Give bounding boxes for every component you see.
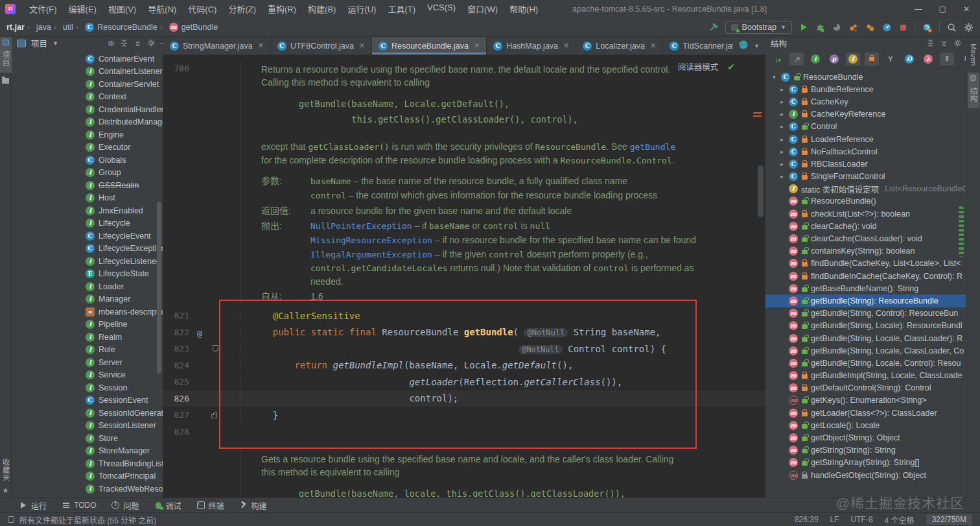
structure-tree-row[interactable]: getBundle(String): ResourceBundle (765, 294, 966, 307)
structure-tree-row[interactable]: getLoader(Class<?>): ClassLoader (765, 407, 966, 419)
project-tree-item[interactable]: DistributedManager (12, 116, 163, 129)
structure-tree-row[interactable]: getBundle(String, Control): ResourceBun (765, 307, 966, 320)
gutter-bm-icon[interactable] (213, 345, 218, 352)
structure-tree-row[interactable]: getStringArray(String): String[] (765, 457, 966, 469)
menu-item[interactable]: 编辑(E) (64, 1, 101, 17)
project-tree-item[interactable]: mbeans-descriptors (12, 305, 163, 318)
tree-expand-arrow[interactable] (778, 111, 786, 117)
sort-alphabetically-icon[interactable]: ↓ᵃ (789, 53, 804, 66)
project-tree-item[interactable]: CredentialHandler (12, 103, 163, 116)
close-button[interactable]: ✕ (963, 5, 970, 14)
project-tree-item[interactable]: Store (12, 432, 163, 445)
locate-file-icon[interactable]: ⊕ (108, 38, 115, 48)
line-number[interactable]: 821 (163, 307, 189, 324)
status-item[interactable]: LF (830, 515, 839, 524)
reader-mode-label[interactable]: 阅读器模式 (678, 60, 719, 73)
menu-item[interactable]: VCS(S) (423, 1, 460, 17)
structure-tree-row[interactable]: getBundle(String, Locale, ClassLoader, C… (765, 344, 966, 357)
structure-tree-row[interactable]: getString(String): String (765, 444, 966, 457)
menu-item[interactable]: 窗口(W) (463, 1, 502, 17)
gutter-lock-icon[interactable] (211, 414, 217, 418)
collapse-all-icon[interactable] (120, 39, 128, 47)
menu-item[interactable]: 文件(F) (25, 1, 62, 17)
inspection-ok-check-icon[interactable]: ✔ (727, 62, 735, 72)
structure-tree-row[interactable]: CacheKeyReference (765, 108, 966, 121)
structure-tree-row[interactable]: clearCache(): void (765, 220, 966, 232)
doc-link[interactable]: NullPointerException (310, 221, 412, 231)
breadcrumb-item[interactable]: rt.jar (6, 23, 25, 32)
structure-tree-row[interactable]: static 类初始值设定项 List<ResourceBundleC (765, 183, 966, 195)
tool-window-button[interactable]: 调试 (154, 500, 181, 511)
project-tree-item[interactable]: SessionEvent (12, 394, 163, 407)
code-line[interactable]: 824 return getBundleImpl(baseName, Local… (163, 357, 765, 374)
menu-item[interactable]: 视图(V) (104, 1, 141, 17)
code-line[interactable]: 825 getLoader(Reflection.getCallerClass(… (163, 374, 765, 390)
code-line[interactable]: 826 control); (163, 390, 765, 407)
debug-button[interactable] (815, 23, 825, 32)
project-tree-item[interactable]: Session (12, 381, 163, 394)
profiler-alloc-button[interactable] (865, 23, 875, 32)
scroll-to-source-icon[interactable] (940, 39, 948, 47)
tree-expand-arrow[interactable] (778, 173, 786, 180)
doc-link[interactable]: getBundle (630, 142, 675, 152)
project-tree-item[interactable]: LifecycleEvent (12, 230, 163, 243)
show-non-public-icon[interactable] (865, 53, 879, 66)
panel-settings-gear-icon[interactable] (147, 39, 156, 47)
editor-tab[interactable]: TldScanner.java ✕ (663, 37, 733, 54)
menu-item[interactable]: 构建(B) (303, 1, 340, 17)
tree-expand-arrow[interactable] (771, 74, 778, 80)
maximize-button[interactable]: ▢ (939, 5, 946, 14)
project-tree-item[interactable]: ContainerEvent (12, 53, 163, 66)
error-stripe-mark[interactable] (753, 112, 762, 114)
breadcrumb-item[interactable]: ResourceBundle (76, 23, 158, 32)
stop-button[interactable] (899, 23, 907, 32)
tool-stripe-maven-button[interactable]: Maven (969, 37, 978, 73)
structure-tree-row[interactable]: containsKey(String): boolean (765, 245, 966, 257)
project-tree-item[interactable]: Lifecycle (12, 217, 163, 230)
tree-expand-arrow[interactable] (778, 149, 786, 155)
line-number[interactable]: 825 (163, 374, 189, 390)
project-tree-item[interactable]: StoreManager (12, 445, 163, 458)
project-scrollbar-thumb[interactable] (157, 202, 161, 374)
project-tree-item[interactable]: Context (12, 91, 163, 104)
project-tree-item[interactable]: Role (12, 344, 163, 357)
project-tree-item[interactable]: Host (12, 192, 163, 205)
structure-tree-row[interactable]: NoFallbackControl (765, 145, 966, 158)
breadcrumb-item[interactable]: java (27, 23, 51, 32)
tool-stripe-folder-button[interactable] (2, 73, 9, 89)
code-line[interactable]: 828 (163, 424, 765, 440)
project-tree-item[interactable]: TrackedWebResource (12, 483, 163, 496)
profiler-cpu-button[interactable] (848, 23, 858, 32)
editor-tab[interactable]: HashMap.java ✕ (487, 37, 576, 54)
project-tree-item[interactable]: Engine (12, 128, 163, 141)
structure-tree-row[interactable]: getDefaultControl(String): Control (765, 382, 966, 394)
structure-tree-row[interactable]: SingleFormatControl (765, 171, 966, 183)
chevron-down-icon[interactable]: ▼ (754, 43, 760, 49)
show-lambdas-icon[interactable]: λ (921, 53, 935, 66)
editor-tab[interactable]: Localizer.java ✕ (576, 37, 663, 54)
code-line[interactable]: 822 public static final ResourceBundle g… (163, 324, 765, 341)
structure-tree-row[interactable]: Control (765, 121, 966, 133)
tool-stripe-project-button[interactable]: 项目 (0, 37, 12, 73)
line-number[interactable]: 824 (163, 357, 189, 374)
project-tree-item[interactable]: SessionIdGenerator (12, 407, 163, 420)
project-tree-item[interactable]: Service (12, 369, 163, 382)
structure-tree-row[interactable]: CacheKey (765, 95, 966, 108)
status-item[interactable]: UTF-8 (851, 515, 873, 524)
show-inherited-icon[interactable]: i (808, 53, 822, 66)
show-fields-icon[interactable]: f (846, 53, 860, 66)
tree-expand-arrow[interactable] (778, 161, 786, 167)
close-icon[interactable]: ✕ (563, 42, 569, 50)
structure-tree-row[interactable]: clearCache(ClassLoader): void (765, 232, 966, 245)
status-item[interactable]: 826:39 (795, 515, 819, 524)
menu-item[interactable]: 分析(Z) (224, 1, 261, 17)
collapse-all-icon[interactable] (926, 39, 935, 47)
structure-tree-row[interactable]: ResourceBundle() (765, 195, 966, 208)
project-tree-item[interactable]: Executor (12, 141, 163, 154)
project-tree-item[interactable]: LifecycleListener (12, 255, 163, 268)
project-tree-item[interactable]: JmxEnabled (12, 204, 163, 217)
project-tree-item[interactable]: ContainerServlet (12, 78, 163, 91)
line-number[interactable]: 823 (163, 341, 189, 357)
tool-stripe-favorites-button[interactable]: 收藏夹 ★ (0, 452, 12, 498)
menu-item[interactable]: 代码(C) (183, 1, 221, 17)
